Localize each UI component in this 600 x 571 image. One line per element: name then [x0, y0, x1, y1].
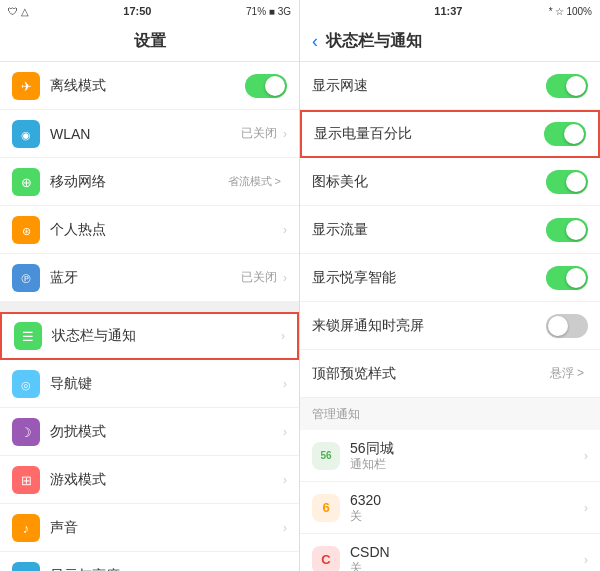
game-icon	[12, 466, 40, 494]
left-title-bar: 设置	[0, 22, 299, 62]
app-56-icon-text: 56	[320, 450, 331, 461]
right-title: 状态栏与通知	[326, 31, 422, 52]
sound-icon	[12, 514, 40, 542]
settings-item-statusbar[interactable]: 状态栏与通知 ›	[0, 312, 299, 360]
bluetooth-label: 蓝牙	[50, 269, 241, 287]
left-status-right: 71% ■ 3G	[246, 6, 291, 17]
left-title: 设置	[134, 31, 166, 52]
lock-light-toggle[interactable]	[546, 314, 588, 338]
sound-chevron: ›	[283, 521, 287, 535]
game-chevron: ›	[283, 473, 287, 487]
right-panel: 11:37 * ☆ 100% ‹ 状态栏与通知 显示网速 显示电量百分比 图标美…	[300, 0, 600, 571]
app-csdn-chevron: ›	[584, 553, 588, 567]
app-56-name: 56同城	[350, 439, 584, 457]
left-status-left: 🛡 △	[8, 6, 29, 17]
top-preview-label: 顶部预览样式	[312, 365, 550, 383]
right-bt-icon: *	[549, 6, 553, 17]
wlan-chevron: ›	[283, 127, 287, 141]
bluetooth-value: 已关闭	[241, 269, 277, 286]
mobile-icon	[12, 168, 40, 196]
settings-item-sound[interactable]: 声音 ›	[0, 504, 299, 552]
lock-light-label: 来锁屏通知时亮屏	[312, 317, 546, 335]
app-item-56[interactable]: 56 56同城 通知栏 ›	[300, 430, 600, 482]
bluetooth-icon	[12, 264, 40, 292]
right-status-right: * ☆ 100%	[549, 6, 592, 17]
dnd-chevron: ›	[283, 425, 287, 439]
statusbar-icon	[14, 322, 42, 350]
right-item-lock-light[interactable]: 来锁屏通知时亮屏	[300, 302, 600, 350]
wlan-value: 已关闭	[241, 125, 277, 142]
game-label: 游戏模式	[50, 471, 283, 489]
right-item-show-flow[interactable]: 显示流量	[300, 206, 600, 254]
airplane-toggle[interactable]	[245, 74, 287, 98]
right-item-top-preview[interactable]: 顶部预览样式 悬浮 >	[300, 350, 600, 398]
icon-beauty-label: 图标美化	[312, 173, 546, 191]
nav-icon	[12, 370, 40, 398]
hotspot-chevron: ›	[283, 223, 287, 237]
show-speed-label: 显示网速	[312, 77, 546, 95]
right-item-icon-beauty[interactable]: 图标美化	[300, 158, 600, 206]
nav-chevron: ›	[283, 377, 287, 391]
app-csdn-icon: C	[312, 546, 340, 572]
nav-label: 导航键	[50, 375, 283, 393]
mobile-value: 省流模式 >	[228, 174, 281, 189]
show-yixiang-label: 显示悦享智能	[312, 269, 546, 287]
gap-1	[0, 302, 299, 312]
app-item-6320[interactable]: 6 6320 关 ›	[300, 482, 600, 534]
settings-item-airplane[interactable]: 离线模式	[0, 62, 299, 110]
app-56-sub: 通知栏	[350, 457, 584, 473]
back-button[interactable]: ‹	[312, 31, 318, 52]
bluetooth-chevron: ›	[283, 271, 287, 285]
app-56-icon: 56	[312, 442, 340, 470]
show-yixiang-toggle[interactable]	[546, 266, 588, 290]
right-title-bar: ‹ 状态栏与通知	[300, 22, 600, 62]
right-item-show-yixiang[interactable]: 显示悦享智能	[300, 254, 600, 302]
settings-item-nav[interactable]: 导航键 ›	[0, 360, 299, 408]
app-csdn-name: CSDN	[350, 543, 584, 561]
icon-beauty-toggle[interactable]	[546, 170, 588, 194]
show-battery-label: 显示电量百分比	[314, 125, 544, 143]
app-56-chevron: ›	[584, 449, 588, 463]
show-battery-toggle[interactable]	[544, 122, 586, 146]
settings-item-mobile[interactable]: 移动网络 省流模式 >	[0, 158, 299, 206]
settings-item-game[interactable]: 游戏模式 ›	[0, 456, 299, 504]
top-preview-value: 悬浮 >	[550, 365, 584, 382]
settings-item-bluetooth[interactable]: 蓝牙 已关闭 ›	[0, 254, 299, 302]
right-status-time: 11:37	[434, 5, 462, 17]
manage-notifications-header: 管理通知	[300, 398, 600, 430]
wlan-label: WLAN	[50, 126, 241, 142]
right-item-show-speed[interactable]: 显示网速	[300, 62, 600, 110]
left-settings-list: 离线模式 WLAN 已关闭 › 移动网络 省流模式 > 个人热点 ›	[0, 62, 299, 571]
statusbar-chevron: ›	[281, 329, 285, 343]
section-header-label: 管理通知	[312, 406, 360, 423]
app-6320-info: 6320 关	[350, 491, 584, 525]
wlan-icon	[12, 120, 40, 148]
settings-item-dnd[interactable]: 勿扰模式 ›	[0, 408, 299, 456]
statusbar-label: 状态栏与通知	[52, 327, 281, 345]
app-56-info: 56同城 通知栏	[350, 439, 584, 473]
app-item-csdn[interactable]: C CSDN 关 ›	[300, 534, 600, 571]
settings-item-display[interactable]: 显示与亮度 ›	[0, 552, 299, 571]
left-panel: 🛡 △ 17:50 71% ■ 3G 设置 离线模式 WLAN 已关闭 ›	[0, 0, 300, 571]
app-6320-sub: 关	[350, 509, 584, 525]
show-speed-toggle[interactable]	[546, 74, 588, 98]
app-6320-icon-text: 6	[322, 500, 329, 515]
left-status-time: 17:50	[123, 5, 151, 17]
right-item-show-battery[interactable]: 显示电量百分比	[300, 110, 600, 158]
app-csdn-info: CSDN 关	[350, 543, 584, 571]
show-flow-toggle[interactable]	[546, 218, 588, 242]
sound-label: 声音	[50, 519, 283, 537]
settings-item-hotspot[interactable]: 个人热点 ›	[0, 206, 299, 254]
left-status-network: 71% ■ 3G	[246, 6, 291, 17]
mobile-label: 移动网络	[50, 173, 228, 191]
show-flow-label: 显示流量	[312, 221, 546, 239]
left-status-icons: 🛡 △	[8, 6, 29, 17]
app-6320-name: 6320	[350, 491, 584, 509]
hotspot-label: 个人热点	[50, 221, 283, 239]
settings-item-wlan[interactable]: WLAN 已关闭 ›	[0, 110, 299, 158]
dnd-label: 勿扰模式	[50, 423, 283, 441]
right-battery: ☆ 100%	[555, 6, 592, 17]
airplane-label: 离线模式	[50, 77, 245, 95]
right-settings-list: 显示网速 显示电量百分比 图标美化 显示流量 显示悦享智能 来锁屏通知时亮屏	[300, 62, 600, 571]
app-6320-chevron: ›	[584, 501, 588, 515]
